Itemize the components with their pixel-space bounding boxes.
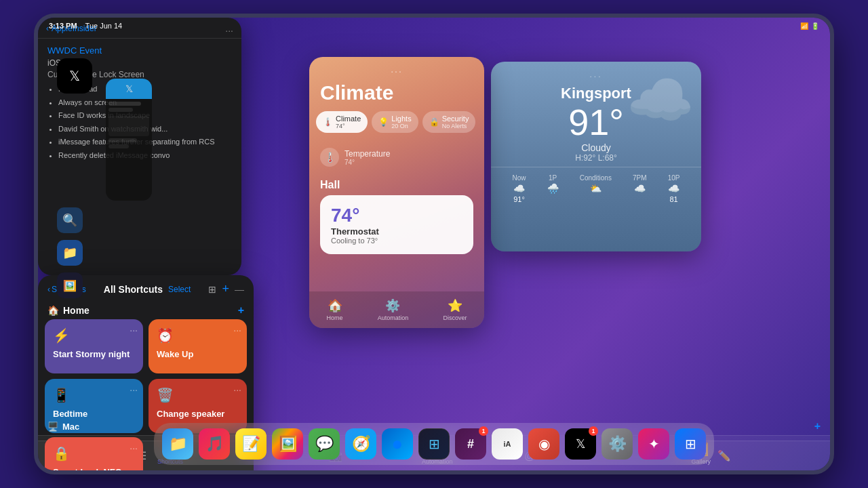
climate-tab-lights[interactable]: 💡 Lights 20 On [372, 111, 418, 133]
dock-safari[interactable]: 🧭 [345, 428, 376, 460]
forecast-mid-time: Conditions [580, 174, 612, 182]
forecast-10p: 10P ☁️ 81 [668, 174, 680, 203]
dock-messages[interactable]: 💬 [309, 428, 340, 460]
shortcuts-title-area: All Shortcuts Select [104, 284, 191, 295]
shortcuts-view-toggle[interactable]: ⊞ [208, 284, 216, 295]
status-right: 📶 🔋 [800, 22, 819, 30]
home-section-add[interactable]: + [238, 304, 244, 317]
mercury-dock-icon: ● [392, 433, 403, 455]
slack-dock-icon: # [467, 437, 474, 451]
dock-twitter[interactable]: 𝕏 1 [565, 428, 596, 460]
left-sidebar-apps: 𝕏 [57, 58, 101, 94]
climate-tab-security-sub: No Alerts [442, 123, 469, 129]
shortcut-speaker-more[interactable]: ··· [233, 384, 241, 395]
mac-label: Mac [62, 422, 79, 432]
weather-card[interactable]: ☁️ ... Kingsport 91° Cloudy H:92° L:68° … [491, 62, 701, 251]
mac-icon: 🖥️ [47, 422, 58, 432]
stormy-icon: ⚡ [53, 327, 135, 344]
forecast-7pm: 7PM ☁️ [633, 174, 647, 203]
ia-dock-icon: iA [504, 440, 511, 448]
photos-icon: 🖼️ [57, 272, 83, 298]
left-side-icons: 🔍 📁 🖼️ [57, 207, 83, 298]
wakeup-name: Wake Up [157, 349, 239, 360]
dock: 📁 🎵 📝 🖼️ 💬 🧭 ● ⊞ # 1 iA ◉ 𝕏 1 ⚙️ ✦ ⊞ [154, 423, 714, 465]
battery-icon: 🔋 [811, 22, 819, 30]
automation-icon: ⚙️ [385, 298, 400, 313]
settings-dock-icon: ⚙️ [608, 435, 627, 453]
stormy-name: Start Stormy night [53, 349, 135, 360]
dock-settings[interactable]: ⚙️ [601, 428, 633, 460]
thermostat-temp: 74° [331, 205, 462, 226]
forecast-now-temp: 91° [513, 195, 525, 203]
forecast-7pm-icon: ☁️ [634, 183, 646, 194]
dock-music[interactable]: 🎵 [199, 428, 230, 460]
dock-files[interactable]: 📁 [162, 428, 193, 460]
status-date: Tue Jun 14 [85, 22, 123, 30]
climate-tab-lights-sub: 20 On [391, 123, 411, 129]
climate-tab-climate[interactable]: 🌡️ Climate 74° [316, 111, 368, 133]
wifi-icon: 📶 [800, 22, 808, 30]
climate-tab-lights-icon: 💡 [378, 117, 389, 127]
notes-dock-icon: 📝 [242, 435, 260, 453]
climate-title: Climate [309, 81, 484, 111]
weather-forecast: Now ☁️ 91° 1P 🌧️ Conditions ⛅ [491, 167, 701, 210]
thermostat-sub: Cooling to 73° [331, 237, 462, 245]
screens-dock-icon: ⊞ [429, 436, 440, 452]
dock-ia-writer[interactable]: iA [492, 428, 523, 460]
dock-mercury[interactable]: ● [382, 428, 413, 460]
shortcut-stormy-night[interactable]: ··· ⚡ Start Stormy night [45, 319, 143, 373]
files-icon: 📁 [57, 240, 83, 266]
climate-more-button[interactable]: ... [309, 57, 484, 81]
dock-slack[interactable]: # 1 [455, 428, 486, 460]
dock-photos[interactable]: 🖼️ [272, 428, 303, 460]
shortcuts-add-button[interactable]: + [222, 282, 229, 296]
shortcut-wake-up[interactable]: ··· ⏰ Wake Up [149, 319, 247, 373]
forecast-now: Now ☁️ 91° [513, 174, 526, 203]
thermostat-box[interactable]: 74° Thermostat Cooling to 73° [320, 195, 473, 254]
messages-dock-icon: 💬 [315, 435, 334, 453]
climate-tab-security-label: Security [442, 115, 469, 123]
weather-description: Cloudy [491, 142, 701, 153]
dock-shortcuts[interactable]: ✦ [638, 428, 669, 460]
slack-badge: 1 [479, 426, 488, 436]
forecast-7pm-time: 7PM [633, 174, 647, 182]
weather-range: H:92° L:68° [491, 153, 701, 163]
temperature-label: Temperature [344, 149, 390, 159]
shortcut-stormy-more[interactable]: ··· [130, 325, 138, 336]
temperature-icon: 🌡️ [320, 148, 339, 167]
status-bar: 3:13 PM Tue Jun 14 📶 🔋 [38, 18, 830, 34]
forecast-mid-icon: ⛅ [590, 183, 601, 194]
shortcuts-select-button[interactable]: Select [168, 285, 191, 294]
climate-nav-home[interactable]: 🏠 Home [327, 298, 343, 321]
home-icon: 🏠 [328, 298, 342, 313]
weather-temp: 91° [491, 102, 701, 142]
forecast-10p-time: 10P [668, 174, 680, 182]
shortcuts-dock-icon: ✦ [648, 436, 660, 452]
dock-screens[interactable]: ⊞ [418, 428, 450, 460]
forecast-10p-icon: ☁️ [668, 183, 679, 194]
weather-low: L:68° [598, 153, 617, 163]
climate-nav-automation[interactable]: ⚙️ Automation [378, 298, 409, 321]
climate-tab-security[interactable]: 🔒 Security No Alerts [422, 111, 476, 133]
status-left: 3:13 PM Tue Jun 14 [49, 22, 122, 30]
wakeup-icon: ⏰ [157, 327, 239, 344]
shortcuts-close-button[interactable]: — [235, 284, 244, 295]
climate-card[interactable]: ... Climate 🌡️ Climate 74° 💡 Lights 20 O… [309, 57, 484, 328]
shortcut-wakeup-more[interactable]: ··· [233, 325, 241, 336]
climate-tab-security-icon: 🔒 [429, 117, 439, 127]
twitter-badge: 1 [589, 426, 598, 436]
twitter-dock-icon: 𝕏 [576, 436, 586, 451]
speaker-icon: 🗑️ [157, 387, 239, 403]
shortcut-bedtime-more[interactable]: ··· [130, 384, 138, 395]
dock-notes[interactable]: 📝 [235, 428, 267, 460]
home-section-icon: 🏠 [47, 305, 59, 316]
forecast-1p: 1P 🌧️ [547, 174, 559, 203]
dock-reeder[interactable]: ◉ [528, 428, 559, 460]
dock-appstore[interactable]: ⊞ [675, 428, 706, 460]
weather-more-button[interactable]: ... [491, 64, 701, 85]
status-time: 3:13 PM [49, 22, 77, 30]
climate-tabs: 🌡️ Climate 74° 💡 Lights 20 On 🔒 [309, 111, 484, 142]
files-dock-icon: 📁 [169, 435, 187, 453]
home-section-label: 🏠 Home + [38, 300, 254, 319]
climate-nav-discover[interactable]: ⭐ Discover [443, 298, 467, 321]
